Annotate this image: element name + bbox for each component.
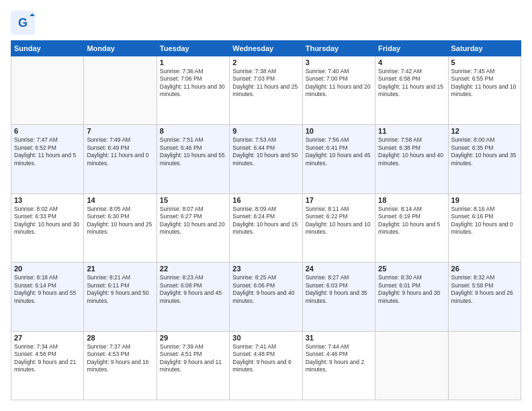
day-info: Sunrise: 7:40 AM Sunset: 7:00 PM Dayligh… (306, 68, 372, 99)
table-row: 14Sunrise: 8:05 AM Sunset: 6:30 PM Dayli… (84, 193, 157, 262)
table-row: 24Sunrise: 8:27 AM Sunset: 6:03 PM Dayli… (302, 263, 375, 331)
table-row: 16Sunrise: 8:09 AM Sunset: 6:24 PM Dayli… (230, 193, 302, 262)
day-number: 31 (306, 334, 372, 342)
table-row: 12Sunrise: 8:00 AM Sunset: 6:35 PM Dayli… (448, 125, 521, 193)
day-number: 17 (306, 196, 372, 204)
day-number: 3 (306, 58, 372, 66)
svg-text:G: G (18, 16, 28, 30)
day-info: Sunrise: 7:38 AM Sunset: 7:03 PM Dayligh… (232, 68, 299, 99)
col-header-friday: Friday (375, 41, 448, 56)
day-info: Sunrise: 8:07 AM Sunset: 6:27 PM Dayligh… (160, 205, 226, 236)
table-row: 4Sunrise: 7:42 AM Sunset: 6:58 PM Daylig… (375, 56, 448, 125)
day-info: Sunrise: 8:18 AM Sunset: 6:14 PM Dayligh… (14, 274, 81, 305)
day-number: 20 (14, 265, 81, 273)
day-number: 16 (232, 196, 299, 204)
day-info: Sunrise: 8:16 AM Sunset: 6:16 PM Dayligh… (451, 205, 518, 236)
table-row: 6Sunrise: 7:47 AM Sunset: 6:52 PM Daylig… (11, 125, 84, 193)
table-row: 17Sunrise: 8:11 AM Sunset: 6:22 PM Dayli… (302, 193, 375, 262)
day-number: 25 (378, 265, 445, 273)
col-header-saturday: Saturday (448, 41, 521, 56)
calendar-header: SundayMondayTuesdayWednesdayThursdayFrid… (11, 41, 521, 56)
day-info: Sunrise: 8:27 AM Sunset: 6:03 PM Dayligh… (306, 274, 372, 305)
day-number: 21 (87, 265, 153, 273)
day-info: Sunrise: 7:56 AM Sunset: 6:41 PM Dayligh… (306, 136, 372, 167)
table-row: 26Sunrise: 8:32 AM Sunset: 5:58 PM Dayli… (448, 263, 521, 331)
day-info: Sunrise: 7:41 AM Sunset: 4:48 PM Dayligh… (232, 343, 299, 374)
table-row: 15Sunrise: 8:07 AM Sunset: 6:27 PM Dayli… (157, 193, 229, 262)
day-info: Sunrise: 8:30 AM Sunset: 6:01 PM Dayligh… (378, 274, 445, 305)
header: G (11, 11, 521, 35)
table-row: 8Sunrise: 7:51 AM Sunset: 6:46 PM Daylig… (157, 125, 229, 193)
table-row: 27Sunrise: 7:34 AM Sunset: 4:56 PM Dayli… (11, 331, 84, 400)
table-row: 11Sunrise: 7:58 AM Sunset: 6:38 PM Dayli… (375, 125, 448, 193)
day-info: Sunrise: 7:51 AM Sunset: 6:46 PM Dayligh… (160, 136, 226, 167)
day-number: 7 (87, 127, 153, 135)
table-row: 2Sunrise: 7:38 AM Sunset: 7:03 PM Daylig… (230, 56, 302, 125)
day-info: Sunrise: 7:53 AM Sunset: 6:44 PM Dayligh… (232, 136, 299, 167)
day-info: Sunrise: 8:23 AM Sunset: 6:08 PM Dayligh… (160, 274, 226, 305)
day-info: Sunrise: 8:21 AM Sunset: 6:11 PM Dayligh… (87, 274, 153, 305)
day-number: 23 (232, 265, 299, 273)
table-row: 31Sunrise: 7:44 AM Sunset: 4:46 PM Dayli… (302, 331, 375, 400)
day-number: 1 (160, 58, 226, 66)
day-info: Sunrise: 7:34 AM Sunset: 4:56 PM Dayligh… (14, 343, 81, 374)
day-info: Sunrise: 7:58 AM Sunset: 6:38 PM Dayligh… (378, 136, 445, 167)
day-number: 28 (87, 334, 153, 342)
table-row: 28Sunrise: 7:37 AM Sunset: 4:53 PM Dayli… (84, 331, 157, 400)
table-row: 22Sunrise: 8:23 AM Sunset: 6:08 PM Dayli… (157, 263, 229, 331)
col-header-tuesday: Tuesday (157, 41, 229, 56)
table-row (84, 56, 157, 125)
day-number: 19 (451, 196, 518, 204)
table-row: 9Sunrise: 7:53 AM Sunset: 6:44 PM Daylig… (230, 125, 302, 193)
day-info: Sunrise: 7:42 AM Sunset: 6:58 PM Dayligh… (378, 68, 445, 99)
table-row: 1Sunrise: 7:36 AM Sunset: 7:06 PM Daylig… (157, 56, 229, 125)
logo-icon: G (11, 11, 35, 35)
day-number: 26 (451, 265, 518, 273)
logo: G (11, 11, 38, 35)
day-number: 24 (306, 265, 372, 273)
day-number: 9 (232, 127, 299, 135)
table-row: 7Sunrise: 7:49 AM Sunset: 6:49 PM Daylig… (84, 125, 157, 193)
day-info: Sunrise: 7:37 AM Sunset: 4:53 PM Dayligh… (87, 343, 153, 374)
table-row (448, 331, 521, 400)
day-number: 2 (232, 58, 299, 66)
day-info: Sunrise: 8:00 AM Sunset: 6:35 PM Dayligh… (451, 136, 518, 167)
day-info: Sunrise: 8:11 AM Sunset: 6:22 PM Dayligh… (306, 205, 372, 236)
table-row: 23Sunrise: 8:25 AM Sunset: 6:06 PM Dayli… (230, 263, 302, 331)
table-row: 18Sunrise: 8:14 AM Sunset: 6:19 PM Dayli… (375, 193, 448, 262)
col-header-thursday: Thursday (302, 41, 375, 56)
day-number: 22 (160, 265, 226, 273)
day-info: Sunrise: 8:09 AM Sunset: 6:24 PM Dayligh… (232, 205, 299, 236)
day-info: Sunrise: 8:32 AM Sunset: 5:58 PM Dayligh… (451, 274, 518, 305)
day-number: 30 (232, 334, 299, 342)
table-row: 3Sunrise: 7:40 AM Sunset: 7:00 PM Daylig… (302, 56, 375, 125)
day-info: Sunrise: 7:45 AM Sunset: 6:55 PM Dayligh… (451, 68, 518, 99)
day-number: 4 (378, 58, 445, 66)
table-row: 20Sunrise: 8:18 AM Sunset: 6:14 PM Dayli… (11, 263, 84, 331)
table-row: 30Sunrise: 7:41 AM Sunset: 4:48 PM Dayli… (230, 331, 302, 400)
day-info: Sunrise: 7:47 AM Sunset: 6:52 PM Dayligh… (14, 136, 81, 167)
calendar-table: SundayMondayTuesdayWednesdayThursdayFrid… (11, 40, 521, 400)
day-number: 14 (87, 196, 153, 204)
col-header-wednesday: Wednesday (230, 41, 302, 56)
day-number: 27 (14, 334, 81, 342)
day-info: Sunrise: 8:25 AM Sunset: 6:06 PM Dayligh… (232, 274, 299, 305)
day-number: 10 (306, 127, 372, 135)
col-header-sunday: Sunday (11, 41, 84, 56)
day-number: 29 (160, 334, 226, 342)
day-number: 8 (160, 127, 226, 135)
day-number: 18 (378, 196, 445, 204)
day-number: 12 (451, 127, 518, 135)
day-number: 5 (451, 58, 518, 66)
table-row (375, 331, 448, 400)
day-number: 13 (14, 196, 81, 204)
day-info: Sunrise: 8:02 AM Sunset: 6:33 PM Dayligh… (14, 205, 81, 236)
table-row (11, 56, 84, 125)
day-info: Sunrise: 8:05 AM Sunset: 6:30 PM Dayligh… (87, 205, 153, 236)
table-row: 13Sunrise: 8:02 AM Sunset: 6:33 PM Dayli… (11, 193, 84, 262)
day-info: Sunrise: 7:36 AM Sunset: 7:06 PM Dayligh… (160, 68, 226, 99)
day-info: Sunrise: 7:44 AM Sunset: 4:46 PM Dayligh… (306, 343, 372, 374)
day-info: Sunrise: 7:49 AM Sunset: 6:49 PM Dayligh… (87, 136, 153, 167)
table-row: 29Sunrise: 7:39 AM Sunset: 4:51 PM Dayli… (157, 331, 229, 400)
day-number: 11 (378, 127, 445, 135)
